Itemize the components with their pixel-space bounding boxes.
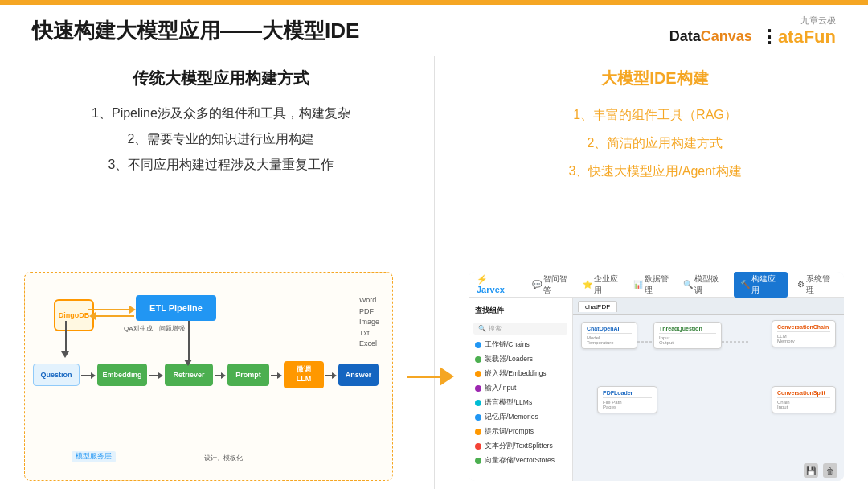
canvas-node-threadq: ThreadQuestion InputOutput bbox=[653, 322, 722, 349]
big-arrow-container bbox=[401, 272, 461, 481]
design-label: 设计、模板化 bbox=[204, 454, 243, 462]
dingodb-box: DingoDB bbox=[54, 299, 94, 331]
canvas-node-bottom-right: ConversationSplit ChainInput bbox=[772, 386, 836, 413]
v-arrow-head bbox=[61, 351, 69, 358]
ide-nav-shuju[interactable]: 📊 数据管理 bbox=[633, 273, 674, 296]
ide-menu-loaders[interactable]: 装载器/Loaders bbox=[469, 352, 572, 367]
left-section-title: 传统大模型应用构建方式 bbox=[32, 68, 410, 89]
logos: 九章云极 DataCanvas ⋮ataFun bbox=[669, 14, 836, 47]
prompt-box: Prompt bbox=[227, 364, 269, 386]
ide-logo: ⚡ Jarvex bbox=[477, 274, 516, 294]
arrow-prompt-llm bbox=[271, 372, 282, 379]
loaders-icon bbox=[475, 356, 481, 363]
canvas-tab-chatpdf[interactable]: chatPDF bbox=[578, 301, 617, 312]
ide-nav-zhiwen[interactable]: 💬 智问智答 bbox=[532, 273, 573, 296]
big-arrow-line bbox=[407, 376, 440, 378]
ide-nav-moxing[interactable]: 🔍 模型微调 bbox=[683, 273, 724, 296]
canvas-node-chatopenai: ChatOpenAI ModelTemperature bbox=[581, 322, 637, 349]
node-body-convochain: LLMMemory bbox=[777, 334, 830, 343]
question-box: Question bbox=[33, 364, 80, 386]
node-body-pdfloader: File PathPages bbox=[603, 400, 652, 409]
embedding-box: Embedding bbox=[97, 364, 147, 386]
big-arrow-head bbox=[440, 367, 454, 386]
ide-menu-vectorstores[interactable]: 向量存储/VectorStores bbox=[469, 454, 572, 468]
ide-menu-memories[interactable]: 记忆库/Memories bbox=[469, 410, 572, 425]
page-title: 快速构建大模型应用——大模型IDE bbox=[32, 17, 669, 45]
search-placeholder: 搜索 bbox=[489, 324, 502, 333]
pipeline-inner: WordPDFImageTxtExcel ETL Pipeline DingoD… bbox=[31, 279, 386, 474]
left-item-1: 1、Pipeline涉及众多的组件和工具，构建复杂 bbox=[32, 101, 410, 126]
v-line-etl bbox=[188, 321, 190, 361]
left-list: 1、Pipeline涉及众多的组件和工具，构建复杂 2、需要专业的知识进行应用构… bbox=[32, 101, 410, 178]
right-item-2: 2、简洁的应用构建方式 bbox=[466, 129, 844, 157]
node-body-chatopenai: ModelTemperature bbox=[587, 335, 632, 345]
diagrams-row: WordPDFImageTxtExcel ETL Pipeline DingoD… bbox=[0, 272, 868, 481]
chains-icon bbox=[475, 342, 481, 348]
right-item-1: 1、丰富的组件工具（RAG） bbox=[466, 101, 844, 129]
v-arrow-down bbox=[65, 321, 67, 353]
pipeline-diagram: WordPDFImageTxtExcel ETL Pipeline DingoD… bbox=[24, 272, 393, 481]
nine-logo: 九章云极 bbox=[800, 14, 836, 27]
node-header-convochain: ConversationChain bbox=[777, 324, 830, 332]
arrow-emb-ret bbox=[149, 372, 163, 379]
search-icon: 🔍 bbox=[478, 325, 486, 332]
ide-search-bar[interactable]: 🔍 搜索 bbox=[473, 323, 567, 335]
arrow-ret-prompt bbox=[215, 372, 226, 379]
ide-menu-chains[interactable]: 工作链/Chains bbox=[469, 338, 572, 352]
ide-nav-qiye[interactable]: ⭐ 企业应用 bbox=[583, 273, 624, 296]
header: 快速构建大模型应用——大模型IDE 九章云极 DataCanvas ⋮ataFu… bbox=[0, 5, 868, 56]
node-header-threadq: ThreadQuestion bbox=[659, 326, 716, 334]
datacanvas-logo: DataCanvas bbox=[669, 28, 752, 45]
qa-label: QA对生成、问题增强 bbox=[124, 324, 185, 333]
datafun-logo: ⋮ataFun bbox=[760, 27, 836, 47]
ide-sidebar: 查找组件 🔍 搜索 工作链/Chains 装载器/Loaders 嵌入器/Emb… bbox=[469, 298, 573, 481]
left-item-3: 3、不同应用构建过程涉及大量重复工作 bbox=[32, 152, 410, 178]
node-header-chatopenai: ChatOpenAI bbox=[587, 326, 632, 334]
arrow-etl-db bbox=[89, 311, 134, 321]
node-body-threadq: InputOutput bbox=[659, 335, 716, 345]
textsplitters-icon bbox=[475, 443, 481, 450]
node-body-bottom-right: ChainInput bbox=[777, 400, 830, 409]
ide-sidebar-title: 查找组件 bbox=[469, 302, 572, 319]
etl-pipeline-box: ETL Pipeline bbox=[136, 295, 216, 321]
finetune-llm-box: 微调LLM bbox=[284, 361, 324, 388]
right-item-3: 3、快速大模型应用/Agent构建 bbox=[466, 157, 844, 185]
right-list: 1、丰富的组件工具（RAG） 2、简洁的应用构建方式 3、快速大模型应用/Age… bbox=[466, 101, 844, 186]
ide-bottom-toolbar: 💾 🗑 bbox=[804, 463, 837, 478]
arrow-q-emb bbox=[81, 372, 96, 379]
ide-body: 查找组件 🔍 搜索 工作链/Chains 装载器/Loaders 嵌入器/Emb… bbox=[469, 298, 844, 481]
node-header-pdfloader: PDFLoader bbox=[603, 390, 652, 398]
memories-icon bbox=[475, 414, 481, 421]
left-item-2: 2、需要专业的知识进行应用构建 bbox=[32, 126, 410, 152]
arrow-llm-answer bbox=[326, 372, 337, 379]
ide-nav-goujian[interactable]: 🔨 构建应用 bbox=[734, 272, 788, 298]
canvas-tabs: chatPDF bbox=[573, 298, 844, 315]
ide-menu-textsplitters[interactable]: 文本分割/TextSplitters bbox=[469, 439, 572, 454]
ide-menu-llms[interactable]: 语言模型/LLMs bbox=[469, 396, 572, 410]
ide-canvas: chatPDF ChatOpenAI ModelTemperature Thre… bbox=[573, 298, 844, 481]
vectorstores-icon bbox=[475, 458, 481, 464]
right-section-title: 大模型IDE构建 bbox=[466, 68, 844, 89]
llms-icon bbox=[475, 400, 481, 406]
ide-menu-embeddings[interactable]: 嵌入器/Embeddings bbox=[469, 367, 572, 381]
prompts-icon bbox=[475, 429, 481, 435]
canvas-node-convochain: ConversationChain LLMMemory bbox=[772, 320, 836, 347]
node-header-bottom-right: ConversationSplit bbox=[777, 390, 830, 398]
embeddings-icon bbox=[475, 371, 481, 377]
ide-menu-prompts[interactable]: 提示词/Prompts bbox=[469, 425, 572, 439]
input-icon bbox=[475, 385, 481, 392]
file-types-label: WordPDFImageTxtExcel bbox=[359, 295, 379, 350]
left-panel: 传统大模型应用构建方式 1、Pipeline涉及众多的组件和工具，构建复杂 2、… bbox=[0, 56, 434, 186]
ide-menu-input[interactable]: 输入/Input bbox=[469, 381, 572, 396]
ide-nav-xitong[interactable]: ⚙ 系统管理 bbox=[797, 273, 836, 296]
v-arrow-etl bbox=[184, 360, 192, 366]
model-service-label: 模型服务层 bbox=[72, 451, 116, 462]
trash-icon[interactable]: 🗑 bbox=[823, 463, 837, 478]
save-icon[interactable]: 💾 bbox=[804, 463, 818, 478]
ide-nav: ⚡ Jarvex 💬 智问智答 ⭐ 企业应用 📊 数据管理 🔍 模型微调 🔨 构… bbox=[469, 272, 844, 298]
ide-diagram: ⚡ Jarvex 💬 智问智答 ⭐ 企业应用 📊 数据管理 🔍 模型微调 🔨 构… bbox=[469, 272, 844, 481]
canvas-node-pdfloader: PDFLoader File PathPages bbox=[597, 386, 657, 413]
right-panel: 大模型IDE构建 1、丰富的组件工具（RAG） 2、简洁的应用构建方式 3、快速… bbox=[434, 56, 868, 194]
answer-box: Answer bbox=[338, 364, 379, 386]
retriever-box: Retriever bbox=[165, 364, 213, 386]
